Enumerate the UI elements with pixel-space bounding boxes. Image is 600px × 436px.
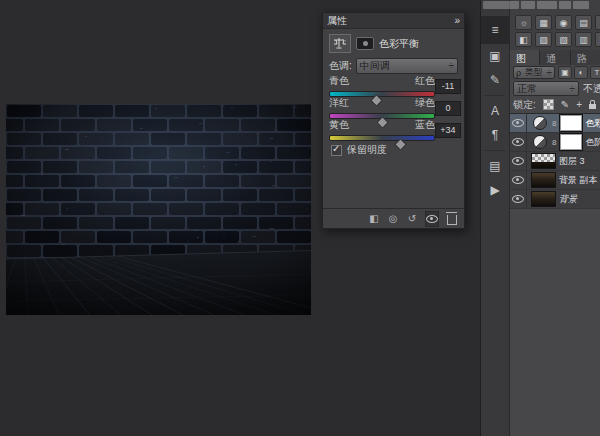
green-label: 绿色 [415, 96, 435, 110]
character-panel-icon[interactable]: A [481, 99, 509, 123]
filter-kind-select[interactable]: ρ 类型 ÷ [513, 66, 555, 79]
magenta-green-value[interactable]: 0 [435, 101, 461, 116]
red-label: 红色 [415, 74, 435, 88]
brush-presets-icon[interactable]: ✎ [481, 68, 509, 92]
layer-name[interactable]: 背景 [559, 193, 577, 206]
lock-transparency-icon[interactable] [543, 99, 554, 110]
blend-mode-select[interactable]: 正常 ÷ [513, 81, 579, 96]
layers-panel: ☼▦◉▤◐ ◧▨▧▥▩ 图层 通道 路径 ρ 类型 ÷ ▣◐T 正常 ÷ 不透明… [509, 0, 600, 436]
layer-name[interactable]: 背景 副本 2 [559, 174, 600, 187]
color-balance-scales-icon [329, 34, 351, 53]
lock-paint-icon[interactable]: ✎ [561, 100, 569, 110]
blue-label: 蓝色 [415, 118, 435, 132]
tone-label: 色调: [329, 59, 352, 73]
layer-visibility-eye-icon[interactable] [512, 157, 524, 165]
dropdown-arrows-icon: ÷ [547, 68, 553, 78]
adjustment-preset-icon[interactable]: ▥ [575, 32, 592, 47]
layer-filter-icon[interactable]: ▣ [558, 66, 572, 79]
yellow-blue-thumb[interactable] [394, 138, 407, 151]
layers-panel-empty-area [510, 209, 600, 436]
panel-collapse-icon[interactable]: » [454, 15, 460, 26]
adjustment-title: 色彩平衡 [379, 37, 419, 51]
panel-tabs: 图层 通道 路径 [510, 50, 600, 65]
adjustment-preset-icon[interactable]: ◐ [595, 15, 600, 30]
adjustment-preset-icon[interactable]: ◉ [555, 15, 572, 30]
cyan-red-value[interactable]: -11 [435, 79, 461, 94]
paragraph-panel-icon[interactable]: ¶ [481, 123, 509, 147]
layer-filter-icon[interactable]: ◐ [574, 66, 588, 79]
previous-state-eye-icon[interactable]: ◎ [387, 212, 399, 226]
tab-paths[interactable]: 路径 [571, 50, 600, 65]
layer-name[interactable]: 色彩平衡 [585, 117, 600, 130]
adjustment-preset-icon[interactable]: ▤ [575, 15, 592, 30]
tone-select[interactable]: 中间调 ÷ [356, 58, 458, 74]
layer-name[interactable]: 色阶 [585, 136, 600, 149]
layer-list: 8色彩平衡8色阶图层 3背景 副本 2背景 [510, 113, 600, 209]
layer-row[interactable]: 背景 [510, 190, 600, 209]
lock-row: 锁定: ✎ + 填充 [510, 97, 600, 112]
layer-mask-thumbnail[interactable] [560, 115, 582, 131]
adjustments-row-2: ◧▨▧▥▩ [515, 32, 600, 47]
layer-row[interactable]: 8色阶 [510, 133, 600, 152]
blend-mode-row: 正常 ÷ 不透明度 [510, 81, 600, 96]
adjustments-row-1: ☼▦◉▤◐ [515, 15, 600, 30]
yellow-blue-track[interactable] [329, 135, 435, 141]
layer-visibility-eye-icon[interactable] [512, 176, 524, 184]
delete-adjustment-icon[interactable] [446, 212, 458, 226]
properties-panel-header: 属性 » [323, 13, 464, 29]
properties-panel-icon[interactable]: ≡ [481, 16, 509, 44]
layer-visibility-eye-icon[interactable] [512, 138, 524, 146]
preserve-luminosity-checkbox[interactable] [331, 145, 342, 156]
layer-visibility-eye-icon[interactable] [512, 195, 524, 203]
layer-comps-icon[interactable]: ▤ [481, 154, 509, 178]
reset-icon[interactable]: ↺ [406, 212, 418, 226]
adjustment-preset-icon[interactable]: ☼ [515, 15, 532, 30]
clip-to-layer-icon[interactable]: ◧ [368, 212, 380, 226]
visibility-eye-icon[interactable] [425, 211, 439, 227]
preserve-luminosity-label: 保留明度 [347, 143, 387, 157]
actions-panel-icon[interactable]: ▶ [481, 178, 509, 202]
adjustment-preset-icon[interactable]: ▨ [535, 32, 552, 47]
tab-layers[interactable]: 图层 [510, 50, 540, 65]
adjustment-preset-icon[interactable]: ◧ [515, 32, 532, 47]
info-panel-icon[interactable]: ▣ [481, 44, 509, 68]
lock-label: 锁定: [513, 98, 536, 112]
canvas-image[interactable] [6, 104, 311, 315]
properties-panel-title: 属性 [327, 14, 347, 28]
watermark-text [483, 1, 598, 10]
props-footer: ◧◎↺ [323, 208, 464, 228]
opacity-label: 不透明度 [583, 82, 600, 96]
layer-filter-icon[interactable]: T [590, 66, 600, 79]
layer-visibility-eye-icon[interactable] [512, 119, 524, 127]
adjustment-layer-thumbnail[interactable] [533, 116, 547, 130]
layer-filter-row: ρ 类型 ÷ ▣◐T [510, 65, 600, 80]
layer-row[interactable]: 图层 3 [510, 152, 600, 171]
lock-move-icon[interactable]: + [576, 100, 582, 110]
magenta-label: 洋红 [329, 96, 349, 110]
lock-all-icon[interactable] [589, 104, 596, 109]
tab-channels[interactable]: 通道 [540, 50, 570, 65]
layer-row[interactable]: 8色彩平衡 [510, 114, 600, 133]
mask-link-icon[interactable]: 8 [552, 119, 556, 128]
dropdown-arrows-icon: ÷ [449, 61, 455, 71]
layer-name[interactable]: 图层 3 [559, 155, 585, 168]
cyan-label: 青色 [329, 74, 349, 88]
adjustment-layer-thumbnail[interactable] [533, 135, 547, 149]
adjustment-preset-icon[interactable]: ▦ [535, 15, 552, 30]
yellow-blue-value[interactable]: +34 [435, 123, 461, 138]
layer-mask-thumbnail[interactable] [560, 134, 582, 150]
layer-thumbnail[interactable] [532, 173, 555, 187]
yellow-label: 黄色 [329, 118, 349, 132]
adjustment-preset-icon[interactable]: ▧ [555, 32, 572, 47]
filter-search-icon: ρ [516, 68, 521, 78]
collapsed-panels-strip: ≡▣✎A¶▤▶ [481, 0, 509, 436]
layer-row[interactable]: 背景 副本 2 [510, 171, 600, 190]
layer-thumbnail[interactable] [532, 192, 555, 206]
layer-thumbnail[interactable] [532, 154, 555, 168]
mask-preview-icon [356, 37, 374, 50]
mask-link-icon[interactable]: 8 [552, 138, 556, 147]
properties-panel: 属性 » 色彩平衡 色调: 中间调 ÷ 青色 红色 -11 洋红 绿色 0 [322, 12, 465, 229]
adjustment-preset-icon[interactable]: ▩ [595, 32, 600, 47]
dropdown-arrows-icon: ÷ [570, 84, 576, 94]
